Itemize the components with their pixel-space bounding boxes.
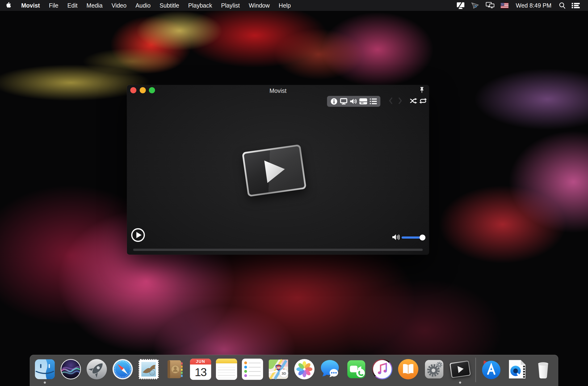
seek-bar[interactable]: [133, 249, 423, 251]
apple-menu[interactable]: [0, 0, 17, 11]
calendar-icon: JUN 13: [190, 359, 211, 380]
menu-bar-status-area: Wed 8:49 PM: [453, 0, 588, 11]
play-triangle-icon: [136, 232, 142, 238]
ibooks-icon: [398, 359, 419, 380]
notes-yellow-band: [216, 359, 237, 363]
dock-item-finder[interactable]: [34, 359, 55, 380]
window-toolbar: [327, 96, 380, 107]
safari-icon: [112, 359, 133, 380]
menu-audio[interactable]: Audio: [131, 2, 155, 9]
dock-item-mail[interactable]: [138, 359, 159, 380]
system-preferences-icon: [423, 359, 445, 380]
video-settings-button[interactable]: [340, 98, 347, 105]
dock-item-launchpad[interactable]: [86, 359, 107, 380]
movist-logo: [242, 144, 307, 197]
menu-edit[interactable]: Edit: [63, 2, 82, 9]
maps-3d-label: 3D: [281, 371, 286, 375]
menu-playlist[interactable]: Playlist: [217, 2, 244, 9]
menu-file[interactable]: File: [44, 2, 63, 9]
movist-dock-play-icon: [458, 365, 464, 373]
movist-logo-play-icon: [264, 158, 288, 183]
menu-media[interactable]: Media: [82, 2, 107, 9]
shuffle-icon[interactable]: [410, 98, 418, 105]
dock-item-itunes[interactable]: [372, 359, 393, 380]
dock-item-ibooks[interactable]: [398, 359, 419, 380]
facetime-icon: [346, 359, 367, 380]
maps-icon: 280 3D: [268, 359, 289, 380]
previous-chevron-icon[interactable]: [389, 97, 393, 105]
launchpad-icon: [86, 359, 107, 380]
screen-mirroring-icon[interactable]: [483, 0, 498, 11]
menu-bar: Movist File Edit Media Video Audio Subti…: [0, 0, 588, 11]
pin-icon[interactable]: [420, 87, 424, 94]
reminders-icon: [242, 359, 263, 380]
menu-bar-left: Movist File Edit Media Video Audio Subti…: [0, 0, 295, 11]
play-button[interactable]: [131, 228, 145, 242]
repeat-icon[interactable]: [419, 98, 427, 105]
dock-item-calendar[interactable]: JUN 13: [190, 359, 211, 380]
apple-logo-icon: [6, 1, 12, 10]
playlist-button[interactable]: [370, 98, 377, 104]
mail-icon: [138, 359, 159, 380]
dock-item-photos[interactable]: [294, 359, 315, 380]
notification-center-icon[interactable]: [569, 0, 583, 11]
siri-icon: [60, 359, 81, 380]
movist-logo-screen: [244, 146, 305, 195]
display-slash-icon[interactable]: [453, 0, 468, 11]
next-chevron-icon[interactable]: [398, 97, 402, 105]
volume-speaker-icon: [392, 234, 400, 242]
subtitle-button[interactable]: [359, 98, 367, 104]
dock-item-reminders[interactable]: [242, 359, 263, 380]
itunes-icon: [372, 359, 393, 380]
movist-window: Movist: [127, 85, 429, 255]
dock-item-facetime[interactable]: [346, 359, 367, 380]
dock-item-safari[interactable]: [112, 359, 133, 380]
dock-item-siri[interactable]: [60, 359, 81, 380]
dock-item-quicktime[interactable]: [507, 359, 528, 380]
trash-icon: [533, 359, 554, 380]
dock-item-app-store[interactable]: [481, 359, 502, 380]
window-title: Movist: [127, 87, 429, 94]
menu-help[interactable]: Help: [274, 2, 295, 9]
dock-item-movist[interactable]: [449, 359, 471, 380]
menu-subtitle[interactable]: Subtitle: [155, 2, 184, 9]
dock-item-maps[interactable]: 280 3D: [268, 359, 289, 380]
finder-icon: [34, 359, 55, 380]
us-flag-icon[interactable]: [498, 0, 512, 11]
dock-item-contacts[interactable]: [164, 359, 185, 380]
notes-lines: [218, 365, 235, 380]
menu-clock[interactable]: Wed 8:49 PM: [512, 2, 556, 9]
quicktime-icon: [507, 359, 528, 380]
contacts-icon: [164, 359, 185, 380]
audio-volume-button[interactable]: [350, 98, 357, 105]
dock: JUN 13 280 3D: [30, 355, 558, 386]
media-info-button[interactable]: [331, 98, 337, 105]
menu-playback[interactable]: Playback: [184, 2, 217, 9]
spotlight-icon[interactable]: [556, 0, 569, 11]
dock-item-system-preferences[interactable]: [423, 359, 445, 380]
volume-knob[interactable]: [420, 235, 425, 241]
menu-window[interactable]: Window: [244, 2, 274, 9]
messages-icon: [320, 359, 341, 380]
calendar-day: 13: [190, 364, 211, 380]
dock-divider: [475, 358, 476, 382]
dock-item-messages[interactable]: [320, 359, 341, 380]
photos-icon: [294, 359, 315, 380]
movist-dock-icon: [449, 359, 471, 380]
app-store-icon: [481, 359, 502, 380]
maps-shield-label: 280: [276, 366, 281, 369]
notes-icon: [216, 359, 237, 380]
menu-app-name[interactable]: Movist: [17, 2, 44, 9]
paper-plane-icon[interactable]: [468, 0, 483, 11]
dock-item-notes[interactable]: [216, 359, 237, 380]
calendar-month: JUN: [190, 359, 211, 364]
menu-video[interactable]: Video: [107, 2, 131, 9]
dock-item-trash[interactable]: [533, 359, 554, 380]
